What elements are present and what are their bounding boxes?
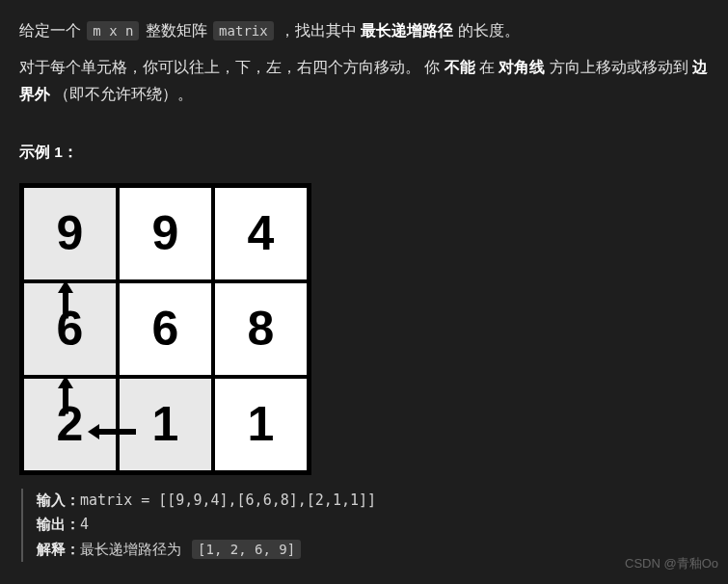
bold-cannot: 不能 xyxy=(445,59,475,75)
watermark: CSDN @青釉Oo xyxy=(625,552,718,574)
input-value: matrix = [[9,9,4],[6,6,8],[2,1,1]] xyxy=(80,491,376,509)
example-grid-image: 9 9 4 6 6 8 2 1 1 xyxy=(19,183,311,475)
example-input-line: 输入：matrix = [[9,9,4],[6,6,8],[2,1,1]] xyxy=(37,489,709,514)
code-matrix: matrix xyxy=(213,21,274,40)
explain-code: [1, 2, 6, 9] xyxy=(192,540,301,559)
problem-description: 给定一个 m x n 整数矩阵 matrix ，找出其中 最长递增路径 的长度。 xyxy=(19,17,709,44)
arrow-up-icon xyxy=(55,373,76,422)
code-mn: m x n xyxy=(87,21,139,40)
example-title: 示例 1： xyxy=(19,139,709,166)
grid-cell: 9 xyxy=(22,186,118,281)
arrow-up-icon xyxy=(55,278,76,327)
desc-text: 整数矩阵 xyxy=(146,22,211,39)
example-explain-line: 解释：最长递增路径为 [1, 2, 6, 9] xyxy=(37,538,709,563)
arrow-left-icon xyxy=(86,411,138,448)
bold-longest-path: 最长递增路径 xyxy=(361,22,453,39)
desc-text: 给定一个 xyxy=(19,22,85,39)
note-text: 方向上移动或移动到 xyxy=(550,59,692,75)
explain-text: 最长递增路径为 xyxy=(80,541,190,558)
desc-text: ，找出其中 xyxy=(280,22,361,39)
note-text: 对于每个单元格，你可以往上，下，左，右四个方向移动。 你 xyxy=(19,59,445,75)
bold-diagonal: 对角线 xyxy=(499,59,545,75)
grid-cell: 4 xyxy=(213,186,309,281)
grid-row: 9 9 4 xyxy=(22,186,309,281)
grid-cell: 6 xyxy=(118,281,213,377)
explain-label: 解释： xyxy=(37,541,80,558)
grid-cell: 1 xyxy=(213,377,309,472)
note-text: （即不允许环绕）。 xyxy=(54,86,193,102)
desc-text: 的长度。 xyxy=(458,22,520,39)
note-text: 在 xyxy=(479,59,499,75)
example-output-line: 输出：4 xyxy=(37,513,709,538)
output-value: 4 xyxy=(80,516,89,533)
example-block: 输入：matrix = [[9,9,4],[6,6,8],[2,1,1]] 输出… xyxy=(21,489,709,563)
grid-cell: 9 xyxy=(118,186,213,281)
input-label: 输入： xyxy=(37,491,80,509)
output-label: 输出： xyxy=(37,516,80,533)
problem-note: 对于每个单元格，你可以往上，下，左，右四个方向移动。 你 不能 在 对角线 方向… xyxy=(19,54,709,108)
grid-cell: 8 xyxy=(213,281,309,377)
